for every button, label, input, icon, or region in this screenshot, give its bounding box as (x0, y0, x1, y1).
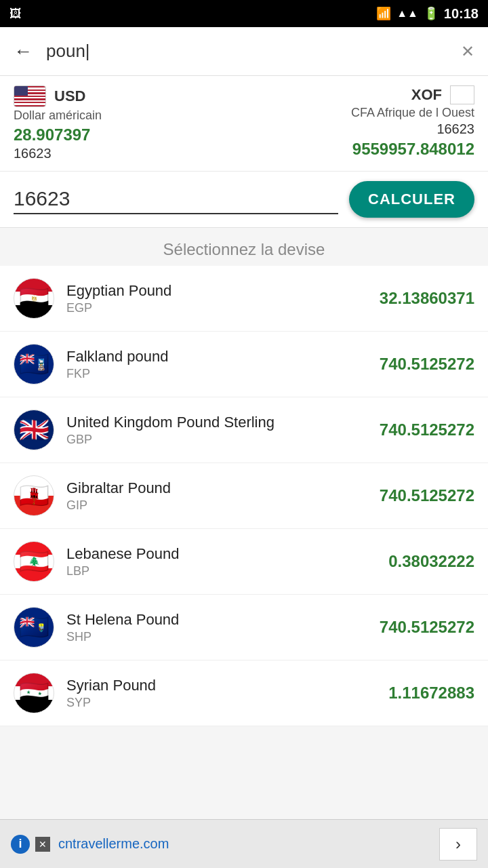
currency-item-code-gbp: GBP (66, 433, 380, 447)
currency-item-info-egp: Egyptian Pound EGP (66, 282, 380, 315)
currency-item-name-fkp: Falkland pound (66, 348, 380, 366)
currency-list-item[interactable]: 🇸🇾 Syrian Pound SYP 1.11672883 (0, 660, 488, 726)
back-icon: ← (14, 41, 33, 62)
currency-item-value-gip: 740.5125272 (380, 486, 474, 505)
currency-item-code-syp: SYP (66, 696, 388, 710)
base-currency-code: USD (54, 87, 85, 105)
back-button[interactable]: ← (11, 38, 35, 65)
currency-list-item[interactable]: 🇱🇧 Lebanese Pound LBP 0.38032222 (0, 529, 488, 595)
section-title: Sélectionnez la devise (0, 228, 488, 266)
photo-icon: 🖼 (9, 7, 22, 21)
currency-item-value-lbp: 0.38032222 (388, 552, 474, 571)
wifi-icon: 📶 (376, 6, 391, 21)
currency-item-info-gbp: United Kingdom Pound Sterling GBP (66, 414, 380, 447)
ad-arrow-icon: › (455, 835, 461, 854)
search-bar: ← poun| ✕ (0, 27, 488, 76)
flag-emoji-gip: 🇬🇮 (19, 481, 49, 510)
clear-button[interactable]: ✕ (458, 39, 477, 64)
currency-item-code-egp: EGP (66, 301, 380, 315)
currency-list-item[interactable]: 🇬🇮 Gibraltar Pound GIP 740.5125272 (0, 463, 488, 529)
currency-item-info-fkp: Falkland pound FKP (66, 348, 380, 381)
currency-list: 🇪🇬 Egyptian Pound EGP 32.13860371 🇫🇰 Fal… (0, 266, 488, 726)
flag-emoji-lbp: 🇱🇧 (19, 547, 49, 576)
base-currency-info: USD Dollar américain 28.907397 16623 (14, 85, 102, 161)
flag-circle-lbp: 🇱🇧 (14, 541, 54, 582)
info-letter: i (18, 837, 22, 851)
status-bar: 🖼 📶 ▲▲ 🔋 10:18 (0, 0, 488, 27)
currency-item-name-syp: Syrian Pound (66, 677, 388, 694)
flag-emoji-egp: 🇪🇬 (19, 284, 49, 313)
flag-circle-shp: 🇸🇭 (14, 607, 54, 648)
flag-emoji-syp: 🇸🇾 (19, 679, 49, 707)
currency-item-code-shp: SHP (66, 630, 380, 644)
currency-item-name-shp: St Helena Pound (66, 611, 380, 629)
xof-flag (450, 85, 474, 104)
currency-item-value-fkp: 740.5125272 (380, 355, 474, 374)
calculator-row: CALCULER (0, 172, 488, 228)
flag-circle-egp: 🇪🇬 (14, 278, 54, 319)
currency-item-name-egp: Egyptian Pound (66, 282, 380, 300)
quote-currency-code: XOF (411, 86, 442, 104)
currency-item-info-lbp: Lebanese Pound LBP (66, 545, 388, 578)
currency-list-item[interactable]: 🇫🇰 Falkland pound FKP 740.5125272 (0, 332, 488, 397)
currency-item-info-gip: Gibraltar Pound GIP (66, 479, 380, 513)
flag-circle-gip: 🇬🇮 (14, 475, 54, 516)
flag-circle-syp: 🇸🇾 (14, 673, 54, 713)
ad-info-icon: i (11, 835, 30, 854)
quote-currency-amount: 16623 (436, 121, 474, 137)
currency-item-value-gbp: 740.5125272 (380, 420, 474, 439)
search-query-text: poun (46, 41, 85, 62)
battery-icon: 🔋 (424, 6, 439, 21)
status-left: 🖼 (9, 7, 371, 21)
currency-item-value-syp: 1.11672883 (388, 684, 474, 703)
flag-emoji-gbp: 🇬🇧 (19, 416, 49, 444)
ad-arrow-button[interactable]: › (439, 828, 477, 861)
flag-circle-fkp: 🇫🇰 (14, 344, 54, 384)
ad-close-icon[interactable]: ✕ (35, 837, 50, 852)
currency-item-name-gip: Gibraltar Pound (66, 479, 380, 497)
usd-flag (14, 85, 46, 107)
currency-item-value-egp: 32.13860371 (380, 289, 474, 308)
currency-item-name-gbp: United Kingdom Pound Sterling (66, 414, 380, 431)
currency-header: USD Dollar américain 28.907397 16623 XOF… (0, 76, 488, 172)
quote-currency-info: XOF CFA Afrique de l Ouest 16623 9559957… (351, 85, 474, 159)
calculate-button[interactable]: CALCULER (349, 181, 474, 218)
clock: 10:18 (444, 6, 479, 22)
base-currency-name: Dollar américain (14, 108, 102, 123)
currency-item-info-syp: Syrian Pound SYP (66, 677, 388, 710)
base-currency-amount: 16623 (14, 146, 102, 161)
currency-item-code-lbp: LBP (66, 564, 388, 578)
currency-list-item[interactable]: 🇪🇬 Egyptian Pound EGP 32.13860371 (0, 266, 488, 332)
currency-item-info-shp: St Helena Pound SHP (66, 611, 380, 644)
clear-icon: ✕ (461, 42, 474, 61)
currency-item-code-gip: GIP (66, 498, 380, 513)
signal-icon: ▲▲ (396, 7, 418, 20)
currency-item-value-shp: 740.5125272 (380, 618, 474, 637)
flag-circle-gbp: 🇬🇧 (14, 410, 54, 450)
quote-currency-rate: 9559957.848012 (352, 140, 474, 159)
currency-item-code-fkp: FKP (66, 367, 380, 381)
amount-input[interactable] (14, 184, 338, 214)
ad-banner: i ✕ cntravellerme.com › (0, 819, 488, 868)
base-currency-rate: 28.907397 (14, 125, 102, 144)
close-letter: ✕ (39, 839, 47, 850)
ad-url[interactable]: cntravellerme.com (58, 836, 439, 852)
currency-item-name-lbp: Lebanese Pound (66, 545, 388, 563)
quote-currency-name: CFA Afrique de l Ouest (351, 106, 474, 120)
currency-list-item[interactable]: 🇸🇭 St Helena Pound SHP 740.5125272 (0, 595, 488, 660)
flag-emoji-shp: 🇸🇭 (19, 613, 49, 642)
flag-emoji-fkp: 🇫🇰 (19, 350, 49, 378)
currency-list-item[interactable]: 🇬🇧 United Kingdom Pound Sterling GBP 740… (0, 397, 488, 463)
